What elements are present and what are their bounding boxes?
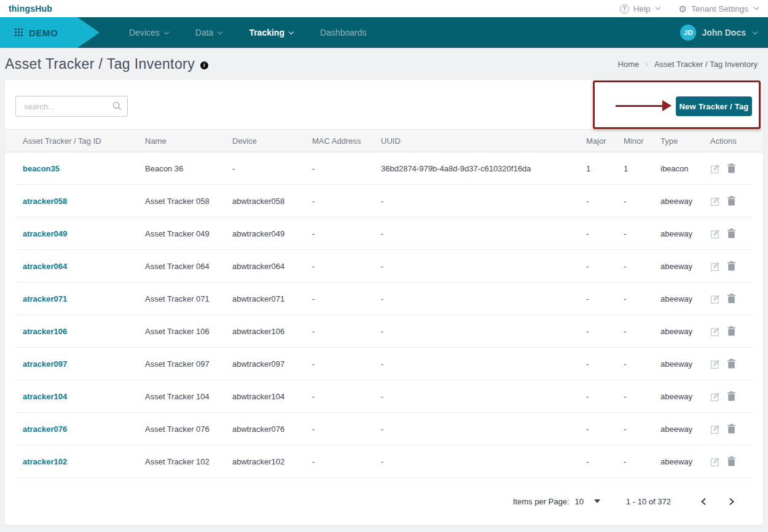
annotation-arrow — [616, 105, 664, 107]
cell-uuid: - — [376, 229, 581, 238]
tracker-id-link[interactable]: beacon35 — [23, 164, 60, 173]
delete-button[interactable] — [727, 326, 735, 336]
tenant-label: DEMO — [29, 28, 58, 38]
items-per-page-select[interactable]: 10 — [575, 497, 600, 506]
tenant-badge[interactable]: DEMO — [0, 17, 100, 48]
cell-major: - — [581, 457, 619, 466]
delete-icon — [727, 424, 735, 434]
cell-name: Beacon 36 — [140, 164, 227, 173]
next-page-button[interactable] — [727, 496, 736, 507]
apps-grid-icon — [15, 28, 23, 37]
edit-button[interactable] — [710, 359, 721, 369]
nav-item-devices[interactable]: Devices — [129, 28, 168, 37]
cell-uuid: - — [376, 359, 581, 369]
tracker-id-link[interactable]: atracker071 — [23, 294, 67, 303]
cell-type: abeeway — [656, 197, 705, 206]
cell-minor: - — [619, 359, 656, 369]
new-tracker-button[interactable]: New Tracker / Tag — [676, 96, 752, 116]
tracker-id-link[interactable]: atracker104 — [23, 392, 67, 401]
cell-minor: 1 — [619, 164, 656, 173]
breadcrumb-separator-icon: › — [645, 59, 648, 69]
cell-minor: - — [619, 197, 656, 206]
chevron-down-icon — [217, 29, 222, 34]
table-row: atracker102Asset Tracker 102abwtracker10… — [15, 445, 753, 478]
tracker-id-link[interactable]: atracker102 — [23, 457, 67, 466]
cell-uuid: - — [376, 197, 581, 206]
help-icon: ? — [620, 4, 629, 14]
delete-icon — [727, 391, 735, 401]
nav-item-dashboards[interactable]: Dashboards — [320, 28, 367, 37]
edit-button[interactable] — [710, 326, 721, 337]
nav-item-label: Dashboards — [320, 28, 367, 37]
table-row: beacon35Beacon 36--36bd2874-979b-4a8d-9d… — [15, 152, 753, 185]
edit-button[interactable] — [710, 261, 721, 272]
cell-type: abeeway — [656, 424, 705, 434]
nav-items: DevicesDataTrackingDashboards — [129, 28, 366, 37]
edit-button[interactable] — [710, 391, 721, 402]
tracker-id-link[interactable]: atracker097 — [23, 359, 67, 369]
edit-button[interactable] — [710, 294, 721, 304]
table-row: atracker076Asset Tracker 076abwtracker07… — [15, 413, 753, 445]
edit-button[interactable] — [710, 163, 721, 174]
top-utility-bar: thingsHub ? Help ⚙ Tenant Settings — [0, 0, 768, 17]
toolbar: New Tracker / Tag — [5, 80, 763, 129]
nav-item-tracking[interactable]: Tracking — [249, 28, 293, 37]
edit-icon — [710, 424, 721, 434]
search-input[interactable] — [15, 96, 128, 117]
cell-actions — [705, 261, 753, 272]
cell-major: - — [581, 229, 619, 238]
info-icon[interactable]: i — [200, 61, 208, 69]
user-menu[interactable]: JD John Docs — [680, 25, 768, 41]
edit-button[interactable] — [710, 424, 721, 434]
chevron-down-icon — [656, 5, 660, 10]
chevron-down-icon — [754, 5, 759, 10]
nav-item-data[interactable]: Data — [195, 28, 222, 37]
delete-button[interactable] — [727, 196, 735, 206]
cell-major: - — [581, 392, 619, 401]
brand-logo[interactable]: thingsHub — [9, 4, 52, 14]
delete-button[interactable] — [727, 391, 735, 401]
page-range-label: 1 - 10 of 372 — [626, 497, 671, 506]
delete-button[interactable] — [727, 229, 735, 238]
cell-name: Asset Tracker 102 — [140, 457, 227, 466]
cell-id: atracker097 — [15, 359, 140, 369]
tracker-id-link[interactable]: atracker106 — [23, 327, 67, 336]
delete-button[interactable] — [727, 424, 735, 434]
prev-page-button[interactable] — [699, 496, 708, 507]
edit-button[interactable] — [710, 456, 721, 467]
delete-button[interactable] — [727, 163, 735, 173]
delete-button[interactable] — [727, 261, 735, 271]
cell-actions — [705, 424, 753, 434]
tracker-id-link[interactable]: atracker058 — [23, 197, 67, 206]
cell-actions — [705, 456, 753, 467]
delete-button[interactable] — [727, 456, 735, 466]
column-header-5: Major — [581, 136, 619, 146]
cell-major: 1 — [581, 164, 619, 173]
cell-uuid: - — [376, 424, 581, 434]
edit-icon — [710, 294, 721, 304]
tracker-id-link[interactable]: atracker049 — [23, 229, 67, 238]
cell-id: atracker071 — [15, 294, 140, 303]
help-menu[interactable]: ? Help — [620, 4, 660, 14]
items-per-page-value: 10 — [575, 497, 584, 506]
chevron-left-icon — [700, 498, 707, 506]
column-header-7: Type — [656, 136, 705, 146]
breadcrumb: Home › Asset Tracker / Tag Inventory — [618, 59, 758, 69]
tenant-settings-menu[interactable]: ⚙ Tenant Settings — [678, 4, 758, 14]
breadcrumb-home[interactable]: Home — [618, 60, 640, 69]
delete-button[interactable] — [727, 359, 735, 369]
edit-button[interactable] — [710, 196, 721, 206]
cell-type: abeeway — [656, 294, 705, 303]
delete-button[interactable] — [727, 294, 735, 303]
edit-button[interactable] — [710, 229, 721, 239]
column-header-0: Asset Tracker / Tag ID — [5, 136, 140, 146]
cell-mac: - — [307, 424, 376, 434]
tracker-id-link[interactable]: atracker064 — [23, 262, 67, 271]
delete-icon — [727, 229, 735, 238]
avatar: JD — [680, 25, 696, 41]
table-row: atracker106Asset Tracker 106abwtracker10… — [15, 315, 753, 348]
page-title-text: Asset Tracker / Tag Inventory — [5, 56, 195, 72]
delete-icon — [727, 196, 735, 206]
cell-actions — [705, 294, 753, 304]
tracker-id-link[interactable]: atracker076 — [23, 424, 67, 434]
